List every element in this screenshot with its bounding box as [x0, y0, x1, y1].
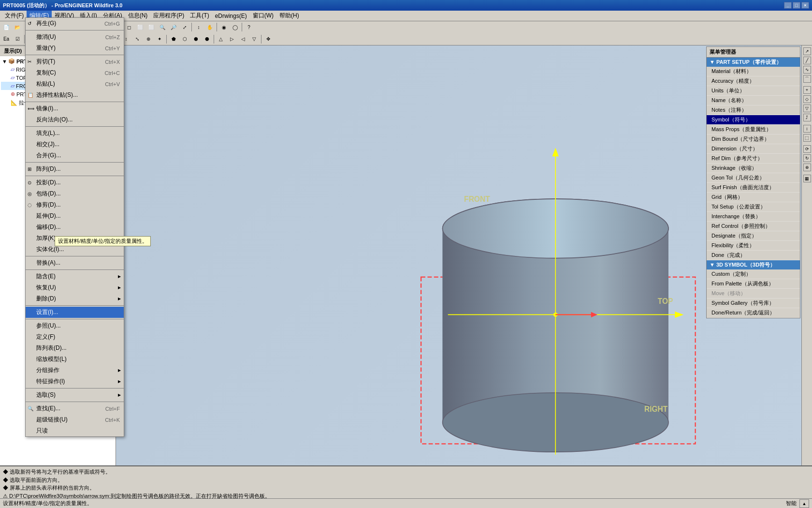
mm-ref-control[interactable]: Ref Control（参照控制）	[707, 222, 800, 231]
cm-copy[interactable]: 复制(C) Ctrl+C	[26, 67, 124, 78]
mm-material[interactable]: Material（材料）	[707, 67, 800, 76]
mm-move[interactable]: Move（移动）	[707, 289, 800, 299]
rs-btn-2[interactable]: ╱	[803, 57, 811, 64]
cm-replace[interactable]: 替换(A)...	[26, 257, 124, 269]
rs-btn-3[interactable]: ∿	[803, 66, 811, 74]
maximize-button[interactable]: □	[793, 2, 800, 9]
menu-info[interactable]: 信息(N)	[125, 11, 151, 21]
mm-designate[interactable]: Designate（指定）	[707, 231, 800, 241]
tb2-b16[interactable]: ⬡	[179, 34, 190, 44]
mm-units[interactable]: Units（单位）	[707, 86, 800, 96]
cm-merge[interactable]: 合并(G)...	[26, 150, 124, 161]
cm-cut[interactable]: ✂ 剪切(T) Ctrl+X	[26, 56, 124, 67]
cm-project[interactable]: ⊙ 投影(D)...	[26, 177, 124, 188]
tb-zoom-in[interactable]: 🔍	[157, 22, 168, 32]
tb2-b13[interactable]: ⊕	[143, 34, 154, 44]
cm-mirror[interactable]: ⟺ 镜像(I)...	[26, 103, 124, 114]
tb2-b17[interactable]: ⬢	[190, 34, 201, 44]
cm-intersect[interactable]: 相交(J)...	[26, 139, 124, 150]
tb-view2[interactable]: ⬜	[135, 22, 145, 32]
tb-new[interactable]: 📄	[1, 22, 12, 32]
cm-paste-special[interactable]: 📋 选择性粘贴(S)...	[26, 90, 124, 101]
tb2-b18[interactable]: ⬣	[202, 34, 212, 44]
menu-edrwings[interactable]: eDrwings(E)	[212, 12, 250, 20]
mm-section-3d-symbol[interactable]: ▼ 3D SYMBOL（3D符号）	[707, 260, 800, 269]
tb2-b14[interactable]: ✦	[154, 34, 165, 44]
tb2-b20[interactable]: ▷	[227, 34, 237, 44]
tb2-b22[interactable]: ▽	[249, 34, 260, 44]
cm-group-ops[interactable]: 分组操作	[26, 365, 124, 376]
cm-redo[interactable]: 重做(Y) Ctrl+Y	[26, 43, 124, 54]
rs-btn-4[interactable]: ⌒	[803, 75, 811, 83]
cm-undo[interactable]: 撤消(U) Ctrl+Z	[26, 31, 124, 43]
tb-view1[interactable]: ◻	[124, 22, 134, 32]
status-expand-btn[interactable]: ▲	[799, 499, 809, 508]
tb-zoom-out[interactable]: 🔎	[168, 22, 179, 32]
cm-define[interactable]: 定义(F)	[26, 331, 124, 343]
cm-setup[interactable]: 设置(I)...	[26, 307, 124, 318]
mm-tol-setup[interactable]: Tol Setup（公差设置）	[707, 202, 800, 212]
mm-accuracy[interactable]: Accuracy（精度）	[707, 76, 800, 86]
rs-btn-6[interactable]: ◇	[803, 95, 811, 103]
mm-done[interactable]: Done（完成）	[707, 251, 800, 260]
mm-grid[interactable]: Grid（网格）	[707, 193, 800, 202]
cm-resume[interactable]: 恢复(U)	[26, 282, 124, 293]
rs-btn-9[interactable]: ↕	[803, 125, 811, 133]
cm-readonly[interactable]: 只读	[26, 425, 124, 436]
mm-shrinkage[interactable]: Shrinkage（收缩）	[707, 164, 800, 173]
cm-extend[interactable]: 延伸(D)...	[26, 210, 124, 222]
rs-btn-1[interactable]: ↗	[803, 47, 811, 55]
rs-btn-10[interactable]: ⬚	[803, 134, 811, 142]
close-button[interactable]: ×	[801, 2, 809, 9]
rs-btn-13[interactable]: ⊕	[803, 164, 811, 171]
tab-model-tree[interactable]: 显示(D)	[0, 46, 26, 56]
cm-reference[interactable]: 参照(U)...	[26, 320, 124, 331]
rs-btn-12[interactable]: ↻	[803, 154, 811, 162]
tb-wire[interactable]: ◯	[230, 22, 240, 32]
menu-file[interactable]: 文件(F)	[2, 11, 27, 21]
tb-shade[interactable]: ◉	[218, 22, 229, 32]
menu-help[interactable]: 帮助(H)	[276, 11, 302, 21]
rs-btn-14[interactable]: ▦	[803, 175, 811, 182]
rs-btn-11[interactable]: ⟳	[803, 145, 811, 153]
mm-symbol[interactable]: Symbol（符号）	[707, 115, 800, 125]
tb-orient[interactable]: ↕	[193, 22, 204, 32]
cm-offset[interactable]: 偏移(D)...	[26, 222, 124, 233]
menu-apps[interactable]: 应用程序(P)	[150, 11, 187, 21]
tb2-b21[interactable]: ◁	[238, 34, 248, 44]
mm-ref-dim[interactable]: Ref Dim（参考尺寸）	[707, 154, 800, 164]
mm-mass-props[interactable]: Mass Props（质量属性）	[707, 125, 800, 134]
cm-array[interactable]: ⊞ 阵列(D)...	[26, 164, 124, 175]
menu-window[interactable]: 窗口(W)	[250, 11, 276, 21]
cm-feature-ops[interactable]: 特征操作(I)	[26, 376, 124, 387]
mm-done-return[interactable]: Done/Return（完成/返回）	[707, 308, 800, 318]
mm-from-palette[interactable]: From Palette（从调色板）	[707, 279, 800, 289]
mm-dim-bound[interactable]: Dim Bound（尺寸边界）	[707, 134, 800, 144]
tb-pan[interactable]: ✋	[204, 22, 215, 32]
mm-notes[interactable]: Notes（注释）	[707, 105, 800, 115]
cm-fill[interactable]: 填充(L)...	[26, 128, 124, 139]
tb2-b23[interactable]: ✥	[263, 34, 274, 44]
mm-dimension[interactable]: Dimension（尺寸）	[707, 144, 800, 154]
tb-view3[interactable]: ⬜	[146, 22, 157, 32]
cm-regenerate[interactable]: ↺ 再生(G) Ctrl+G	[26, 18, 124, 29]
cm-hyperlink[interactable]: 超级链接(U) Ctrl+K	[26, 414, 124, 425]
cm-wrap[interactable]: ◎ 包络(D)...	[26, 188, 124, 199]
tb-open[interactable]: 📂	[12, 22, 23, 32]
tb2-b2[interactable]: ☑	[12, 34, 23, 44]
tb-help[interactable]: ?	[244, 22, 254, 32]
mm-interchange[interactable]: Interchange（替换）	[707, 212, 800, 222]
mm-section-part-setup[interactable]: ▼ PART SETUP（零件设置）	[707, 58, 800, 67]
mm-flexibility[interactable]: Flexibility（柔性）	[707, 241, 800, 251]
menu-tools[interactable]: 工具(T)	[187, 11, 212, 21]
tb2-b15[interactable]: ⬟	[168, 34, 179, 44]
mm-custom[interactable]: Custom（定制）	[707, 269, 800, 279]
rs-btn-5[interactable]: +	[803, 86, 811, 94]
tb2-b19[interactable]: △	[216, 34, 226, 44]
rs-btn-7[interactable]: ▽	[803, 105, 811, 112]
mm-geon-tol[interactable]: Geon Tol（几何公差）	[707, 173, 800, 183]
cm-find[interactable]: 🔍 查找(E)... Ctrl+F	[26, 403, 124, 414]
cm-select[interactable]: 选取(S)	[26, 389, 124, 401]
cm-paste[interactable]: 粘贴(L) Ctrl+V	[26, 78, 124, 90]
cm-trim[interactable]: ◌ 修剪(D)...	[26, 199, 124, 210]
